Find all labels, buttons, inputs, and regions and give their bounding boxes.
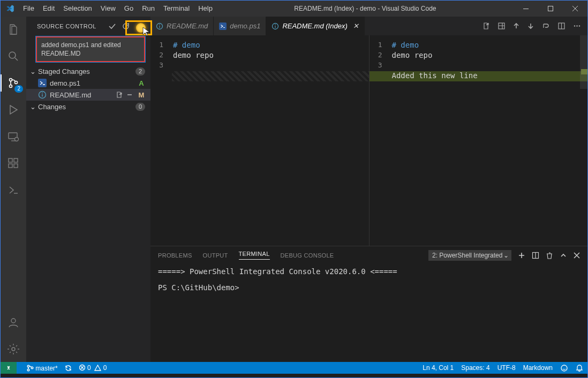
remote-explorer-icon[interactable]: [1, 128, 26, 145]
language-mode[interactable]: Markdown: [523, 364, 553, 372]
menu-edit[interactable]: Edit: [39, 1, 59, 17]
more-editor-actions-icon[interactable]: [573, 22, 581, 30]
diff-editor: 1 2 3 # demo demo repo 1 2 3 4+: [150, 35, 587, 246]
tab-demo-ps1[interactable]: demo.ps1: [214, 17, 266, 35]
feedback-icon[interactable]: [560, 364, 568, 372]
info-file-icon: [272, 22, 279, 30]
powershell-icon[interactable]: [1, 182, 26, 199]
close-tab-icon[interactable]: ✕: [353, 22, 359, 30]
staged-changes-section[interactable]: ⌄ Staged Changes 2: [26, 65, 150, 77]
svg-point-36: [31, 367, 33, 369]
branch-indicator[interactable]: master*: [26, 364, 58, 372]
staged-file-demo-ps1[interactable]: demo.ps1 A: [26, 77, 150, 89]
changes-section[interactable]: ⌄ Changes 0: [26, 101, 150, 112]
editor-tabs: README.md demo.ps1 README.md (Index) ✕: [150, 17, 587, 35]
terminal-selector[interactable]: 2: PowerShell Integrated⌄: [428, 250, 511, 261]
svg-point-23: [159, 24, 160, 25]
menu-selection[interactable]: Selection: [59, 1, 96, 17]
next-change-icon[interactable]: [527, 22, 534, 29]
maximize-button[interactable]: [538, 1, 563, 17]
cursor-position[interactable]: Ln 4, Col 1: [423, 364, 454, 372]
svg-rect-9: [9, 164, 12, 168]
diff-deleted-placeholder: [172, 71, 369, 81]
indentation[interactable]: Spaces: 4: [461, 364, 489, 372]
svg-point-32: [579, 25, 580, 26]
scrollbar[interactable]: [580, 35, 587, 89]
sidebar-title: SOURCE CONTROL: [37, 23, 96, 29]
menu-help[interactable]: Help: [194, 1, 217, 17]
terminal-body[interactable]: =====> PowerShell Integrated Console v20…: [150, 264, 587, 362]
menu-bar: File Edit Selection View Go Run Terminal…: [19, 1, 217, 17]
code-line-added: Added this new line: [370, 71, 588, 81]
commit-message-input[interactable]: added demo.ps1 and edited README.MD: [36, 36, 145, 62]
run-debug-icon[interactable]: [1, 101, 26, 118]
diff-original-pane[interactable]: 1 2 3 # demo demo repo: [150, 35, 370, 246]
explorer-icon[interactable]: [1, 21, 26, 38]
svg-point-13: [12, 347, 15, 351]
activity-bar: 2: [1, 17, 26, 362]
open-file-icon[interactable]: [115, 91, 123, 99]
previous-change-icon[interactable]: [513, 22, 520, 29]
sync-icon[interactable]: [64, 364, 72, 372]
svg-rect-1: [548, 6, 553, 11]
maximize-panel-icon[interactable]: [560, 252, 567, 259]
svg-point-12: [11, 319, 16, 323]
changes-count-badge: 0: [135, 103, 145, 111]
new-terminal-icon[interactable]: [518, 252, 525, 259]
menu-run[interactable]: Run: [138, 1, 159, 17]
commit-check-icon[interactable]: [108, 22, 116, 31]
panel-tab-debug-console[interactable]: DEBUG CONSOLE: [281, 252, 334, 259]
panel-tab-output[interactable]: OUTPUT: [203, 252, 228, 259]
extensions-icon[interactable]: [1, 155, 26, 172]
refresh-icon[interactable]: [122, 22, 130, 31]
close-panel-icon[interactable]: [574, 252, 580, 259]
status-bar: master* 0 0 Ln 4, Col 1 Spaces: 4 UTF-8 …: [1, 362, 587, 374]
menu-view[interactable]: View: [96, 1, 120, 17]
tab-readme-index[interactable]: README.md (Index) ✕: [266, 17, 364, 35]
split-editor-icon[interactable]: [557, 22, 566, 30]
split-terminal-icon[interactable]: [532, 252, 539, 259]
file-name: README.md: [50, 91, 91, 99]
svg-rect-19: [42, 94, 42, 97]
panel-tab-problems[interactable]: PROBLEMS: [158, 252, 192, 259]
source-control-sidebar: SOURCE CONTROL added demo.ps1 and edited…: [26, 17, 150, 362]
whitespace-icon[interactable]: [542, 22, 550, 30]
tab-readme[interactable]: README.md: [150, 17, 214, 35]
svg-point-31: [576, 25, 577, 26]
errors-warnings[interactable]: 0 0: [79, 364, 107, 372]
unstage-icon[interactable]: [126, 91, 133, 99]
sidebar-header: SOURCE CONTROL: [26, 17, 150, 35]
notifications-icon[interactable]: [576, 364, 583, 372]
svg-rect-8: [9, 158, 12, 162]
more-actions-icon[interactable]: [135, 22, 144, 31]
svg-point-35: [27, 369, 29, 371]
remote-indicator[interactable]: [1, 362, 17, 374]
window-title: README.md (Index) - demo - Visual Studio…: [217, 5, 514, 12]
menu-go[interactable]: Go: [120, 1, 138, 17]
kill-terminal-icon[interactable]: [546, 252, 553, 259]
close-button[interactable]: [563, 1, 587, 17]
powershell-file-icon: [219, 22, 227, 30]
svg-point-27: [275, 24, 276, 25]
svg-rect-0: [523, 9, 529, 9]
staged-file-readme[interactable]: README.md M: [26, 89, 150, 101]
scm-icon[interactable]: 2: [1, 74, 26, 92]
accounts-icon[interactable]: [1, 314, 26, 331]
info-file-icon: [156, 22, 163, 30]
code-line: [392, 61, 588, 71]
search-icon[interactable]: [1, 48, 26, 65]
toggle-collapse-icon[interactable]: [497, 22, 506, 30]
status-added: A: [137, 79, 146, 87]
panel: PROBLEMS OUTPUT TERMINAL DEBUG CONSOLE 2…: [150, 246, 587, 362]
menu-terminal[interactable]: Terminal: [159, 1, 194, 17]
svg-point-15: [139, 25, 141, 27]
go-to-file-icon[interactable]: [482, 22, 490, 30]
diff-modified-pane[interactable]: 1 2 3 4+ # demo demo repo Added this new…: [370, 35, 588, 246]
encoding[interactable]: UTF-8: [497, 364, 516, 372]
tab-label: README.md (Index): [282, 22, 347, 30]
staged-changes-label: Staged Changes: [38, 67, 90, 75]
panel-tab-terminal[interactable]: TERMINAL: [239, 251, 270, 260]
minimize-button[interactable]: [514, 1, 538, 17]
settings-gear-icon[interactable]: [1, 341, 26, 358]
menu-file[interactable]: File: [19, 1, 39, 17]
